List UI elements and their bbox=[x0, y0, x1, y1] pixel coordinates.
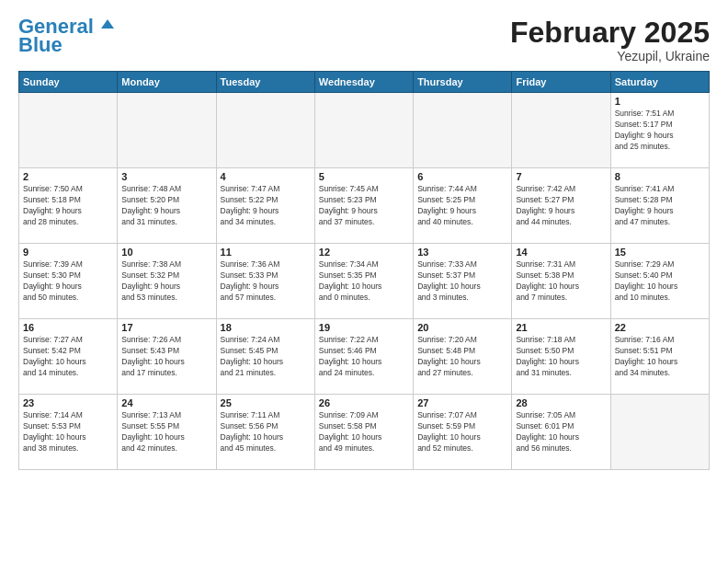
day-info: Sunrise: 7:42 AM Sunset: 5:27 PM Dayligh… bbox=[516, 184, 606, 228]
day-cell: 9Sunrise: 7:39 AM Sunset: 5:30 PM Daylig… bbox=[19, 244, 118, 319]
day-header-saturday: Saturday bbox=[610, 72, 709, 93]
day-number: 8 bbox=[615, 171, 705, 182]
day-info: Sunrise: 7:48 AM Sunset: 5:20 PM Dayligh… bbox=[121, 184, 211, 228]
day-cell: 17Sunrise: 7:26 AM Sunset: 5:43 PM Dayli… bbox=[118, 319, 216, 395]
day-header-thursday: Thursday bbox=[414, 72, 512, 93]
day-info: Sunrise: 7:26 AM Sunset: 5:43 PM Dayligh… bbox=[121, 335, 211, 379]
day-cell bbox=[216, 93, 314, 168]
day-header-monday: Monday bbox=[118, 72, 216, 93]
day-info: Sunrise: 7:36 AM Sunset: 5:33 PM Dayligh… bbox=[221, 259, 311, 304]
day-number: 18 bbox=[221, 322, 311, 333]
day-header-wednesday: Wednesday bbox=[314, 72, 413, 93]
day-info: Sunrise: 7:45 AM Sunset: 5:23 PM Dayligh… bbox=[319, 184, 409, 228]
day-number: 5 bbox=[319, 171, 409, 182]
week-row-3: 16Sunrise: 7:27 AM Sunset: 5:42 PM Dayli… bbox=[19, 319, 710, 395]
svg-marker-0 bbox=[101, 19, 114, 29]
day-cell: 15Sunrise: 7:29 AM Sunset: 5:40 PM Dayli… bbox=[610, 244, 709, 319]
day-cell: 5Sunrise: 7:45 AM Sunset: 5:23 PM Daylig… bbox=[314, 168, 413, 244]
day-number: 19 bbox=[319, 322, 409, 333]
day-number: 27 bbox=[417, 397, 507, 408]
day-cell: 16Sunrise: 7:27 AM Sunset: 5:42 PM Dayli… bbox=[19, 319, 118, 395]
day-cell: 8Sunrise: 7:41 AM Sunset: 5:28 PM Daylig… bbox=[610, 168, 709, 244]
day-info: Sunrise: 7:41 AM Sunset: 5:28 PM Dayligh… bbox=[615, 184, 705, 228]
day-info: Sunrise: 7:05 AM Sunset: 6:01 PM Dayligh… bbox=[516, 410, 606, 454]
calendar-header-row: SundayMondayTuesdayWednesdayThursdayFrid… bbox=[19, 72, 710, 93]
day-number: 28 bbox=[516, 397, 606, 408]
day-header-sunday: Sunday bbox=[19, 72, 118, 93]
day-number: 20 bbox=[417, 322, 507, 333]
day-info: Sunrise: 7:51 AM Sunset: 5:17 PM Dayligh… bbox=[615, 109, 705, 153]
day-number: 14 bbox=[516, 247, 606, 258]
day-info: Sunrise: 7:33 AM Sunset: 5:37 PM Dayligh… bbox=[417, 259, 507, 304]
day-header-tuesday: Tuesday bbox=[216, 72, 314, 93]
day-number: 3 bbox=[121, 171, 211, 182]
day-number: 24 bbox=[121, 397, 211, 408]
week-row-1: 2Sunrise: 7:50 AM Sunset: 5:18 PM Daylig… bbox=[19, 168, 710, 244]
title-area: February 2025 Yezupil, Ukraine bbox=[510, 17, 710, 63]
day-number: 11 bbox=[221, 247, 311, 258]
calendar-body: 1Sunrise: 7:51 AM Sunset: 5:17 PM Daylig… bbox=[19, 93, 710, 470]
day-info: Sunrise: 7:20 AM Sunset: 5:48 PM Dayligh… bbox=[417, 335, 507, 379]
day-number: 10 bbox=[121, 247, 211, 258]
day-info: Sunrise: 7:50 AM Sunset: 5:18 PM Dayligh… bbox=[23, 184, 113, 228]
day-number: 16 bbox=[23, 322, 113, 333]
day-cell bbox=[512, 93, 610, 168]
day-cell bbox=[314, 93, 413, 168]
day-info: Sunrise: 7:31 AM Sunset: 5:38 PM Dayligh… bbox=[516, 259, 606, 304]
day-info: Sunrise: 7:07 AM Sunset: 5:59 PM Dayligh… bbox=[417, 410, 507, 454]
day-info: Sunrise: 7:34 AM Sunset: 5:35 PM Dayligh… bbox=[319, 259, 409, 304]
day-header-friday: Friday bbox=[512, 72, 610, 93]
month-title: February 2025 bbox=[510, 17, 710, 49]
day-info: Sunrise: 7:13 AM Sunset: 5:55 PM Dayligh… bbox=[121, 410, 211, 454]
day-cell: 22Sunrise: 7:16 AM Sunset: 5:51 PM Dayli… bbox=[610, 319, 709, 395]
day-cell: 10Sunrise: 7:38 AM Sunset: 5:32 PM Dayli… bbox=[118, 244, 216, 319]
day-cell: 2Sunrise: 7:50 AM Sunset: 5:18 PM Daylig… bbox=[19, 168, 118, 244]
logo: General Blue bbox=[18, 17, 114, 57]
day-info: Sunrise: 7:39 AM Sunset: 5:30 PM Dayligh… bbox=[23, 259, 113, 304]
day-cell: 26Sunrise: 7:09 AM Sunset: 5:58 PM Dayli… bbox=[314, 395, 413, 470]
day-cell: 19Sunrise: 7:22 AM Sunset: 5:46 PM Dayli… bbox=[314, 319, 413, 395]
day-info: Sunrise: 7:14 AM Sunset: 5:53 PM Dayligh… bbox=[23, 410, 113, 454]
day-cell: 25Sunrise: 7:11 AM Sunset: 5:56 PM Dayli… bbox=[216, 395, 314, 470]
day-cell: 18Sunrise: 7:24 AM Sunset: 5:45 PM Dayli… bbox=[216, 319, 314, 395]
day-cell: 1Sunrise: 7:51 AM Sunset: 5:17 PM Daylig… bbox=[610, 93, 709, 168]
day-cell: 28Sunrise: 7:05 AM Sunset: 6:01 PM Dayli… bbox=[512, 395, 610, 470]
day-info: Sunrise: 7:44 AM Sunset: 5:25 PM Dayligh… bbox=[417, 184, 507, 228]
day-info: Sunrise: 7:11 AM Sunset: 5:56 PM Dayligh… bbox=[221, 410, 311, 454]
calendar-table: SundayMondayTuesdayWednesdayThursdayFrid… bbox=[18, 71, 710, 470]
day-number: 17 bbox=[121, 322, 211, 333]
day-cell: 7Sunrise: 7:42 AM Sunset: 5:27 PM Daylig… bbox=[512, 168, 610, 244]
day-number: 9 bbox=[23, 247, 113, 258]
day-cell bbox=[414, 93, 512, 168]
day-number: 25 bbox=[221, 397, 311, 408]
day-cell: 12Sunrise: 7:34 AM Sunset: 5:35 PM Dayli… bbox=[314, 244, 413, 319]
day-info: Sunrise: 7:18 AM Sunset: 5:50 PM Dayligh… bbox=[516, 335, 606, 379]
day-cell: 11Sunrise: 7:36 AM Sunset: 5:33 PM Dayli… bbox=[216, 244, 314, 319]
day-info: Sunrise: 7:22 AM Sunset: 5:46 PM Dayligh… bbox=[319, 335, 409, 379]
day-cell: 6Sunrise: 7:44 AM Sunset: 5:25 PM Daylig… bbox=[414, 168, 512, 244]
day-number: 12 bbox=[319, 247, 409, 258]
day-cell: 24Sunrise: 7:13 AM Sunset: 5:55 PM Dayli… bbox=[118, 395, 216, 470]
day-number: 26 bbox=[319, 397, 409, 408]
subtitle: Yezupil, Ukraine bbox=[510, 49, 710, 63]
day-cell: 4Sunrise: 7:47 AM Sunset: 5:22 PM Daylig… bbox=[216, 168, 314, 244]
day-info: Sunrise: 7:47 AM Sunset: 5:22 PM Dayligh… bbox=[221, 184, 311, 228]
week-row-4: 23Sunrise: 7:14 AM Sunset: 5:53 PM Dayli… bbox=[19, 395, 710, 470]
day-cell: 20Sunrise: 7:20 AM Sunset: 5:48 PM Dayli… bbox=[414, 319, 512, 395]
day-cell: 23Sunrise: 7:14 AM Sunset: 5:53 PM Dayli… bbox=[19, 395, 118, 470]
day-cell: 14Sunrise: 7:31 AM Sunset: 5:38 PM Dayli… bbox=[512, 244, 610, 319]
day-number: 23 bbox=[23, 397, 113, 408]
day-info: Sunrise: 7:27 AM Sunset: 5:42 PM Dayligh… bbox=[23, 335, 113, 379]
day-number: 21 bbox=[516, 322, 606, 333]
calendar-page: General Blue February 2025 Yezupil, Ukra… bbox=[0, 0, 728, 563]
day-cell bbox=[610, 395, 709, 470]
header: General Blue February 2025 Yezupil, Ukra… bbox=[18, 17, 710, 63]
week-row-2: 9Sunrise: 7:39 AM Sunset: 5:30 PM Daylig… bbox=[19, 244, 710, 319]
day-number: 4 bbox=[221, 171, 311, 182]
day-cell: 13Sunrise: 7:33 AM Sunset: 5:37 PM Dayli… bbox=[414, 244, 512, 319]
day-number: 7 bbox=[516, 171, 606, 182]
day-info: Sunrise: 7:38 AM Sunset: 5:32 PM Dayligh… bbox=[121, 259, 211, 304]
day-cell bbox=[19, 93, 118, 168]
week-row-0: 1Sunrise: 7:51 AM Sunset: 5:17 PM Daylig… bbox=[19, 93, 710, 168]
day-cell: 3Sunrise: 7:48 AM Sunset: 5:20 PM Daylig… bbox=[118, 168, 216, 244]
